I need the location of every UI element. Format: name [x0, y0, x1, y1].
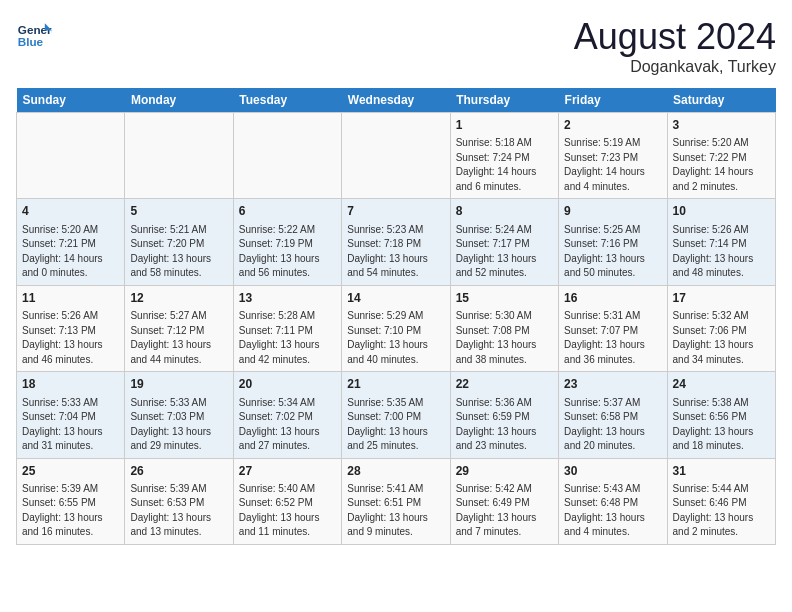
day-info: Sunrise: 5:43 AM Sunset: 6:48 PM Dayligh…: [564, 482, 661, 540]
location-subtitle: Dogankavak, Turkey: [574, 58, 776, 76]
weekday-header-wednesday: Wednesday: [342, 88, 450, 113]
calendar-day: 16Sunrise: 5:31 AM Sunset: 7:07 PM Dayli…: [559, 285, 667, 371]
day-number: 12: [130, 290, 227, 307]
day-info: Sunrise: 5:36 AM Sunset: 6:59 PM Dayligh…: [456, 396, 553, 454]
weekday-header-tuesday: Tuesday: [233, 88, 341, 113]
day-info: Sunrise: 5:39 AM Sunset: 6:53 PM Dayligh…: [130, 482, 227, 540]
calendar-day: [125, 113, 233, 199]
calendar-table: SundayMondayTuesdayWednesdayThursdayFrid…: [16, 88, 776, 545]
day-info: Sunrise: 5:24 AM Sunset: 7:17 PM Dayligh…: [456, 223, 553, 281]
calendar-week-1: 1Sunrise: 5:18 AM Sunset: 7:24 PM Daylig…: [17, 113, 776, 199]
calendar-day: [233, 113, 341, 199]
page-header: General Blue August 2024 Dogankavak, Tur…: [16, 16, 776, 76]
calendar-day: 6Sunrise: 5:22 AM Sunset: 7:19 PM Daylig…: [233, 199, 341, 285]
calendar-day: 30Sunrise: 5:43 AM Sunset: 6:48 PM Dayli…: [559, 458, 667, 544]
day-number: 17: [673, 290, 770, 307]
day-number: 6: [239, 203, 336, 220]
day-number: 20: [239, 376, 336, 393]
month-title: August 2024: [574, 16, 776, 58]
calendar-header: SundayMondayTuesdayWednesdayThursdayFrid…: [17, 88, 776, 113]
calendar-day: 11Sunrise: 5:26 AM Sunset: 7:13 PM Dayli…: [17, 285, 125, 371]
calendar-day: 9Sunrise: 5:25 AM Sunset: 7:16 PM Daylig…: [559, 199, 667, 285]
day-info: Sunrise: 5:23 AM Sunset: 7:18 PM Dayligh…: [347, 223, 444, 281]
calendar-day: 10Sunrise: 5:26 AM Sunset: 7:14 PM Dayli…: [667, 199, 775, 285]
day-info: Sunrise: 5:22 AM Sunset: 7:19 PM Dayligh…: [239, 223, 336, 281]
day-number: 25: [22, 463, 119, 480]
day-info: Sunrise: 5:25 AM Sunset: 7:16 PM Dayligh…: [564, 223, 661, 281]
day-number: 24: [673, 376, 770, 393]
calendar-day: 13Sunrise: 5:28 AM Sunset: 7:11 PM Dayli…: [233, 285, 341, 371]
calendar-week-4: 18Sunrise: 5:33 AM Sunset: 7:04 PM Dayli…: [17, 372, 776, 458]
day-info: Sunrise: 5:19 AM Sunset: 7:23 PM Dayligh…: [564, 136, 661, 194]
calendar-day: 12Sunrise: 5:27 AM Sunset: 7:12 PM Dayli…: [125, 285, 233, 371]
calendar-day: 20Sunrise: 5:34 AM Sunset: 7:02 PM Dayli…: [233, 372, 341, 458]
logo: General Blue: [16, 16, 52, 52]
day-number: 3: [673, 117, 770, 134]
day-number: 22: [456, 376, 553, 393]
calendar-day: 15Sunrise: 5:30 AM Sunset: 7:08 PM Dayli…: [450, 285, 558, 371]
calendar-day: 21Sunrise: 5:35 AM Sunset: 7:00 PM Dayli…: [342, 372, 450, 458]
day-info: Sunrise: 5:32 AM Sunset: 7:06 PM Dayligh…: [673, 309, 770, 367]
svg-text:Blue: Blue: [18, 35, 44, 48]
day-number: 2: [564, 117, 661, 134]
calendar-day: 29Sunrise: 5:42 AM Sunset: 6:49 PM Dayli…: [450, 458, 558, 544]
day-info: Sunrise: 5:26 AM Sunset: 7:13 PM Dayligh…: [22, 309, 119, 367]
day-number: 1: [456, 117, 553, 134]
day-info: Sunrise: 5:29 AM Sunset: 7:10 PM Dayligh…: [347, 309, 444, 367]
day-number: 14: [347, 290, 444, 307]
day-info: Sunrise: 5:39 AM Sunset: 6:55 PM Dayligh…: [22, 482, 119, 540]
calendar-day: 8Sunrise: 5:24 AM Sunset: 7:17 PM Daylig…: [450, 199, 558, 285]
calendar-day: 22Sunrise: 5:36 AM Sunset: 6:59 PM Dayli…: [450, 372, 558, 458]
day-number: 26: [130, 463, 227, 480]
day-info: Sunrise: 5:28 AM Sunset: 7:11 PM Dayligh…: [239, 309, 336, 367]
calendar-day: 2Sunrise: 5:19 AM Sunset: 7:23 PM Daylig…: [559, 113, 667, 199]
calendar-day: 17Sunrise: 5:32 AM Sunset: 7:06 PM Dayli…: [667, 285, 775, 371]
day-info: Sunrise: 5:18 AM Sunset: 7:24 PM Dayligh…: [456, 136, 553, 194]
day-number: 28: [347, 463, 444, 480]
weekday-header-friday: Friday: [559, 88, 667, 113]
day-info: Sunrise: 5:26 AM Sunset: 7:14 PM Dayligh…: [673, 223, 770, 281]
day-info: Sunrise: 5:34 AM Sunset: 7:02 PM Dayligh…: [239, 396, 336, 454]
day-number: 5: [130, 203, 227, 220]
calendar-day: 4Sunrise: 5:20 AM Sunset: 7:21 PM Daylig…: [17, 199, 125, 285]
calendar-day: [17, 113, 125, 199]
day-info: Sunrise: 5:21 AM Sunset: 7:20 PM Dayligh…: [130, 223, 227, 281]
day-number: 21: [347, 376, 444, 393]
day-number: 10: [673, 203, 770, 220]
day-info: Sunrise: 5:42 AM Sunset: 6:49 PM Dayligh…: [456, 482, 553, 540]
calendar-day: 23Sunrise: 5:37 AM Sunset: 6:58 PM Dayli…: [559, 372, 667, 458]
title-block: August 2024 Dogankavak, Turkey: [574, 16, 776, 76]
day-info: Sunrise: 5:38 AM Sunset: 6:56 PM Dayligh…: [673, 396, 770, 454]
day-info: Sunrise: 5:27 AM Sunset: 7:12 PM Dayligh…: [130, 309, 227, 367]
day-info: Sunrise: 5:37 AM Sunset: 6:58 PM Dayligh…: [564, 396, 661, 454]
day-number: 16: [564, 290, 661, 307]
calendar-day: 24Sunrise: 5:38 AM Sunset: 6:56 PM Dayli…: [667, 372, 775, 458]
calendar-week-5: 25Sunrise: 5:39 AM Sunset: 6:55 PM Dayli…: [17, 458, 776, 544]
day-number: 9: [564, 203, 661, 220]
day-number: 7: [347, 203, 444, 220]
day-info: Sunrise: 5:41 AM Sunset: 6:51 PM Dayligh…: [347, 482, 444, 540]
weekday-header-saturday: Saturday: [667, 88, 775, 113]
day-number: 13: [239, 290, 336, 307]
calendar-day: 25Sunrise: 5:39 AM Sunset: 6:55 PM Dayli…: [17, 458, 125, 544]
day-number: 11: [22, 290, 119, 307]
calendar-week-3: 11Sunrise: 5:26 AM Sunset: 7:13 PM Dayli…: [17, 285, 776, 371]
day-number: 27: [239, 463, 336, 480]
calendar-day: 1Sunrise: 5:18 AM Sunset: 7:24 PM Daylig…: [450, 113, 558, 199]
day-info: Sunrise: 5:30 AM Sunset: 7:08 PM Dayligh…: [456, 309, 553, 367]
logo-icon: General Blue: [16, 16, 52, 52]
day-number: 30: [564, 463, 661, 480]
calendar-day: [342, 113, 450, 199]
day-info: Sunrise: 5:33 AM Sunset: 7:04 PM Dayligh…: [22, 396, 119, 454]
calendar-day: 26Sunrise: 5:39 AM Sunset: 6:53 PM Dayli…: [125, 458, 233, 544]
day-number: 18: [22, 376, 119, 393]
calendar-day: 3Sunrise: 5:20 AM Sunset: 7:22 PM Daylig…: [667, 113, 775, 199]
day-number: 4: [22, 203, 119, 220]
weekday-header-thursday: Thursday: [450, 88, 558, 113]
calendar-day: 28Sunrise: 5:41 AM Sunset: 6:51 PM Dayli…: [342, 458, 450, 544]
day-info: Sunrise: 5:35 AM Sunset: 7:00 PM Dayligh…: [347, 396, 444, 454]
day-number: 29: [456, 463, 553, 480]
day-info: Sunrise: 5:33 AM Sunset: 7:03 PM Dayligh…: [130, 396, 227, 454]
day-number: 8: [456, 203, 553, 220]
weekday-header-monday: Monday: [125, 88, 233, 113]
